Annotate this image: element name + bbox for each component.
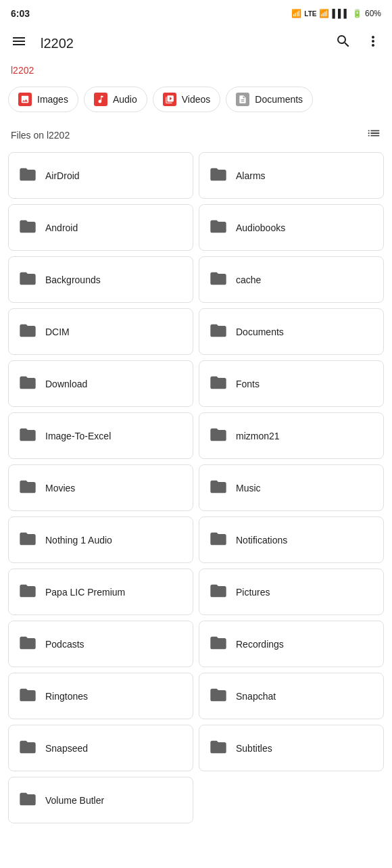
folder-item-dcim[interactable]: DCIM: [8, 308, 193, 355]
folder-name: Papa LIC Premium: [45, 587, 125, 598]
folder-item-backgrounds[interactable]: Backgrounds: [8, 256, 193, 303]
battery-percent: 60%: [365, 9, 381, 18]
folder-icon: [18, 581, 37, 602]
folder-icon: [18, 790, 37, 811]
files-on-device-label: Files on l2202: [11, 130, 70, 141]
folder-icon: [18, 269, 37, 290]
folder-icon: [209, 581, 228, 602]
images-tab-icon: [18, 93, 32, 106]
folder-item-alarms[interactable]: Alarms: [199, 152, 384, 199]
folder-name: AirDroid: [45, 170, 80, 181]
folder-name: Audiobooks: [236, 222, 285, 233]
images-tab-label: Images: [37, 94, 68, 105]
folder-icon: [209, 425, 228, 446]
files-header: Files on l2202: [0, 120, 392, 152]
folder-item-ringtones[interactable]: Ringtones: [8, 673, 193, 719]
bluetooth-icon: 📶: [291, 9, 301, 18]
folder-icon: [209, 217, 228, 238]
folder-icon: [18, 165, 37, 186]
folder-icon: [18, 477, 37, 498]
folder-item-audiobooks[interactable]: Audiobooks: [199, 204, 384, 251]
folder-name: mizmon21: [236, 431, 280, 441]
folder-name: Recordings: [236, 639, 284, 650]
folder-name: Android: [45, 222, 78, 233]
folder-name: Fonts: [236, 379, 260, 389]
folder-item-recordings[interactable]: Recordings: [199, 621, 384, 667]
tab-documents[interactable]: Documents: [226, 87, 313, 112]
folder-icon: [18, 425, 37, 446]
folder-name: Notifications: [236, 535, 287, 546]
search-button[interactable]: [333, 33, 354, 53]
folder-grid: AirDroid Alarms Android Audiobooks Backg: [0, 152, 392, 837]
more-options-button[interactable]: [362, 33, 384, 53]
folder-item-cache[interactable]: cache: [199, 256, 384, 303]
folder-icon: [209, 165, 228, 186]
folder-item-airdroid[interactable]: AirDroid: [8, 152, 193, 199]
app-bar-title: l2202: [41, 36, 333, 51]
folder-item-snapchat[interactable]: Snapchat: [199, 673, 384, 719]
folder-icon: [209, 373, 228, 394]
folder-icon: [209, 321, 228, 342]
folder-name: Pictures: [236, 587, 270, 598]
documents-tab-label: Documents: [255, 94, 303, 105]
folder-item-papa-lic-premium[interactable]: Papa LIC Premium: [8, 569, 193, 615]
folder-name: DCIM: [45, 327, 70, 337]
menu-button[interactable]: [8, 33, 30, 53]
app-bar: l2202: [0, 24, 392, 62]
folder-item-nothing-1-audio[interactable]: Nothing 1 Audio: [8, 516, 193, 563]
folder-item-volume-butler[interactable]: Volume Butler: [8, 777, 193, 823]
folder-item-pictures[interactable]: Pictures: [199, 569, 384, 615]
status-icons: 📶 LTE 📶 ▌▌▌ 🔋 60%: [291, 9, 381, 18]
folder-icon: [18, 633, 37, 654]
folder-name: Image-To-Excel: [45, 431, 111, 441]
folder-item-music[interactable]: Music: [199, 464, 384, 511]
folder-item-download[interactable]: Download: [8, 360, 193, 407]
folder-item-movies[interactable]: Movies: [8, 464, 193, 511]
folder-icon: [18, 529, 37, 550]
folder-icon: [209, 738, 228, 758]
folder-item-android[interactable]: Android: [8, 204, 193, 251]
folder-name: Documents: [236, 327, 284, 337]
audio-tab-icon: [94, 93, 107, 106]
list-view-button[interactable]: [366, 126, 381, 144]
battery-icon: 🔋: [352, 9, 362, 18]
wifi-icon: 📶: [319, 9, 329, 18]
breadcrumb: l2202: [0, 62, 392, 81]
category-tabs: Images Audio Videos Documents: [0, 81, 392, 120]
status-time: 6:03: [11, 8, 30, 19]
folder-name: Alarms: [236, 170, 266, 181]
videos-tab-icon: [163, 93, 176, 106]
folder-icon: [18, 738, 37, 758]
folder-name: Nothing 1 Audio: [45, 535, 112, 546]
lte-icon: LTE: [304, 10, 316, 18]
folder-icon: [18, 373, 37, 394]
folder-item-subtitles[interactable]: Subtitles: [199, 725, 384, 771]
audio-tab-label: Audio: [113, 94, 137, 105]
tab-audio[interactable]: Audio: [84, 87, 147, 112]
folder-item-fonts[interactable]: Fonts: [199, 360, 384, 407]
videos-tab-label: Videos: [182, 94, 211, 105]
folder-name: Volume Butler: [45, 795, 104, 806]
tab-videos[interactable]: Videos: [153, 87, 221, 112]
folder-icon: [18, 685, 37, 706]
folder-icon: [209, 685, 228, 706]
folder-icon: [209, 633, 228, 654]
folder-item-image-to-excel[interactable]: Image-To-Excel: [8, 412, 193, 459]
folder-name: Ringtones: [45, 691, 88, 702]
folder-item-mizmon21[interactable]: mizmon21: [199, 412, 384, 459]
breadcrumb-link[interactable]: l2202: [11, 65, 34, 76]
tab-images[interactable]: Images: [8, 87, 78, 112]
app-bar-actions: [333, 33, 384, 53]
folder-item-podcasts[interactable]: Podcasts: [8, 621, 193, 667]
folder-name: Download: [45, 379, 87, 389]
folder-icon: [18, 321, 37, 342]
folder-item-notifications[interactable]: Notifications: [199, 516, 384, 563]
folder-icon: [18, 217, 37, 238]
folder-item-snapseed[interactable]: Snapseed: [8, 725, 193, 771]
status-bar: 6:03 📶 LTE 📶 ▌▌▌ 🔋 60%: [0, 0, 392, 24]
folder-icon: [209, 529, 228, 550]
folder-name: Snapchat: [236, 691, 276, 702]
signal-bars-icon: ▌▌▌: [332, 9, 349, 18]
folder-name: Backgrounds: [45, 274, 101, 285]
folder-item-documents[interactable]: Documents: [199, 308, 384, 355]
